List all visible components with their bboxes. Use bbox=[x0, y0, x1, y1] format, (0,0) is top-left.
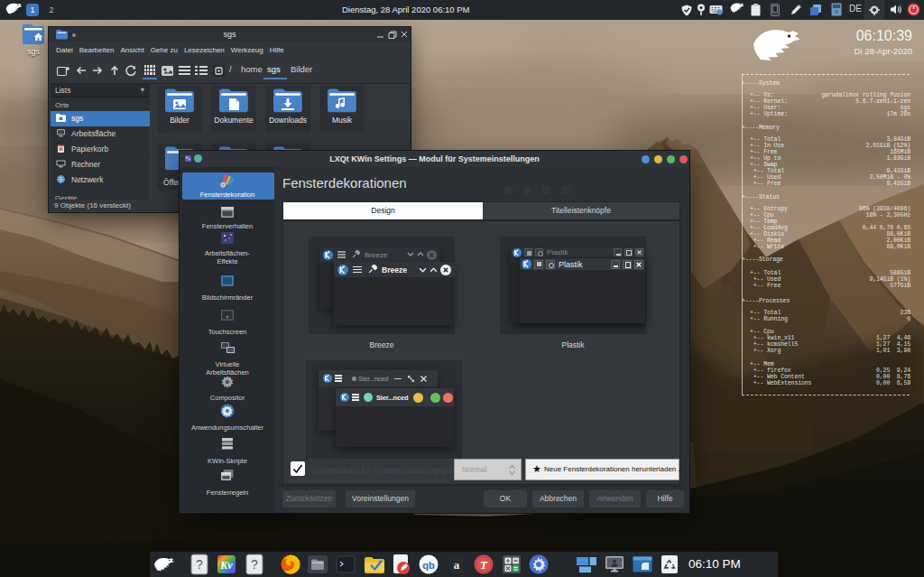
svg-text:Kv: Kv bbox=[219, 559, 233, 572]
svg-text:?: ? bbox=[196, 557, 203, 572]
svg-text:a: a bbox=[454, 558, 460, 572]
svg-text:?: ? bbox=[251, 557, 258, 572]
svg-text:qb: qb bbox=[422, 560, 435, 571]
svg-text:T: T bbox=[480, 558, 488, 572]
